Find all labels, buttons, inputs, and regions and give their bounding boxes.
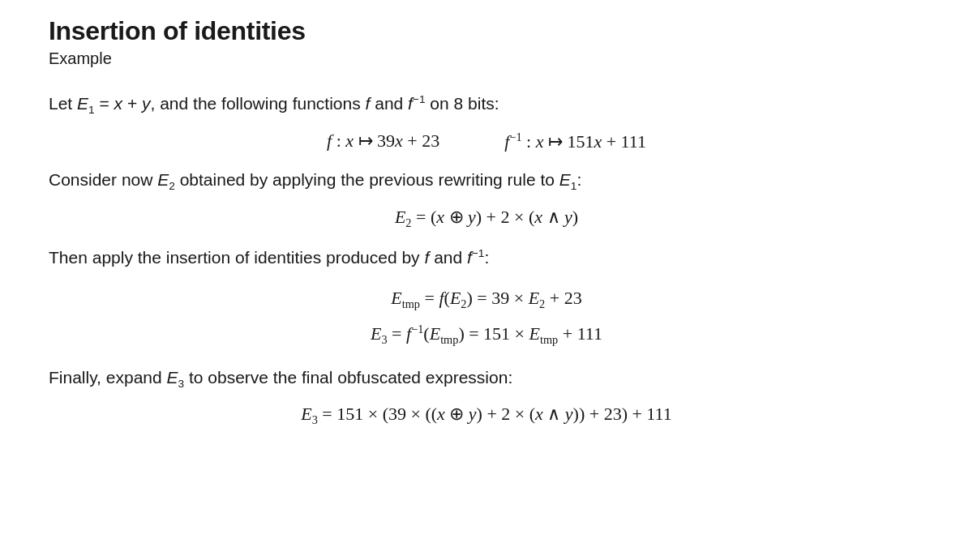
- section-3: Then apply the insertion of identities p…: [49, 245, 924, 271]
- math-etmp-line: Etmp = f(E2) = 39 × E2 + 23: [49, 280, 924, 316]
- math-e3-line: E3 = f−1(Etmp) = 151 × Etmp + 111: [49, 316, 924, 352]
- paragraph-4: Finally, expand E3 to observe the final …: [49, 365, 924, 393]
- math-f: f : x ↦ 39x + 23: [327, 130, 439, 152]
- math-e2: E2 = (x ⊕ y) + 2 × (x ∧ y): [49, 207, 924, 230]
- section-2: Consider now E2 obtained by applying the…: [49, 167, 924, 195]
- paragraph-2: Consider now E2 obtained by applying the…: [49, 167, 924, 195]
- paragraph-3: Then apply the insertion of identities p…: [49, 245, 924, 271]
- math-f-inv: f−1 : x ↦ 151x + 111: [504, 130, 646, 152]
- math-functions: f : x ↦ 39x + 23 f−1 : x ↦ 151x + 111: [49, 130, 924, 152]
- paragraph-1: Let E1 = x + y, and the following functi…: [49, 91, 924, 119]
- section-4: Finally, expand E3 to observe the final …: [49, 365, 924, 393]
- section-1: Let E1 = x + y, and the following functi…: [49, 91, 924, 119]
- math-etmp-e3: Etmp = f(E2) = 39 × E2 + 23 E3 = f−1(Etm…: [49, 280, 924, 352]
- subtitle: Example: [49, 49, 924, 68]
- page-title: Insertion of identities: [49, 16, 924, 46]
- page-container: Insertion of identities Example Let E1 =…: [49, 16, 924, 428]
- math-e3-final: E3 = 151 × (39 × ((x ⊕ y) + 2 × (x ∧ y))…: [49, 404, 924, 427]
